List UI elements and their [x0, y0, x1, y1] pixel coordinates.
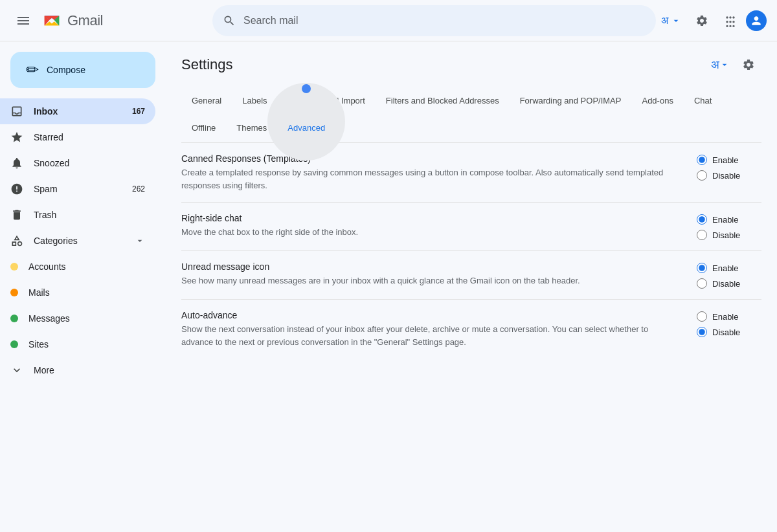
- sidebar-item-label: Starred: [34, 132, 145, 142]
- settings-button[interactable]: [689, 8, 715, 34]
- topbar-right: अ: [656, 8, 767, 34]
- setting-desc-advance: Show the next conversation instead of yo…: [181, 323, 676, 348]
- setting-desc-chat: Move the chat box to the right side of t…: [181, 226, 676, 239]
- disable-canned-radio[interactable]: [697, 170, 707, 181]
- disable-canned-label[interactable]: Disable: [697, 170, 740, 181]
- more-icon: [10, 364, 23, 377]
- sites-dot: [10, 340, 18, 348]
- sidebar-item-snoozed[interactable]: Snoozed: [0, 150, 155, 176]
- sidebar-item-categories[interactable]: Categories: [0, 228, 155, 254]
- enable-unread-label[interactable]: Enable: [697, 263, 738, 273]
- account-button[interactable]: [746, 10, 767, 31]
- disable-chat-radio[interactable]: [697, 230, 707, 240]
- setting-info-unread: Unread message icon See how many unread …: [181, 261, 697, 287]
- setting-name-unread: Unread message icon: [181, 261, 676, 272]
- apps-button[interactable]: [717, 8, 743, 34]
- setting-name-advance: Auto-advance: [181, 310, 676, 320]
- compose-button[interactable]: ✏ Compose: [10, 52, 155, 88]
- gmail-logo-text: Gmail: [67, 12, 103, 29]
- chevron-lang-icon: [719, 60, 730, 70]
- enable-canned-radio[interactable]: [697, 155, 707, 165]
- expand-icon: [135, 236, 145, 246]
- inbox-icon: [10, 105, 23, 118]
- disable-unread-label[interactable]: Disable: [697, 278, 740, 289]
- disable-advance-radio[interactable]: [697, 327, 707, 337]
- spam-count: 262: [132, 184, 145, 194]
- gear-icon: [695, 14, 708, 27]
- sidebar-item-accounts[interactable]: Accounts: [0, 254, 155, 280]
- sidebar-item-label: Accounts: [28, 261, 145, 272]
- settings-header-icons: अ: [707, 52, 761, 78]
- tab-labels[interactable]: Labels: [232, 88, 277, 115]
- setting-controls-canned: Enable Disable: [697, 153, 761, 181]
- sidebar-item-messages[interactable]: Messages: [0, 305, 155, 331]
- gmail-logo: Gmail: [39, 11, 103, 30]
- sidebar-item-label: Trash: [34, 210, 145, 220]
- settings-header: Settings अ: [181, 52, 761, 78]
- sidebar-item-label: Messages: [28, 313, 145, 324]
- accounts-dot: [10, 263, 18, 271]
- categories-icon: [10, 234, 23, 247]
- tab-forwarding[interactable]: Forwarding and POP/IMAP: [510, 88, 632, 115]
- setting-row-canned-responses: Canned Responses (Templates) Create a te…: [181, 143, 761, 203]
- tab-filters[interactable]: Filters and Blocked Addresses: [376, 88, 510, 115]
- tab-addons[interactable]: Add-ons: [631, 88, 683, 115]
- enable-canned-label[interactable]: Enable: [697, 155, 738, 165]
- trash-icon: [10, 208, 23, 221]
- setting-controls-advance: Enable Disable: [697, 310, 761, 337]
- disable-advance-label[interactable]: Disable: [697, 327, 740, 337]
- tabs-row: General Labels Accounts and Import Filte…: [181, 88, 761, 143]
- sidebar-item-spam[interactable]: Spam 262: [0, 176, 155, 202]
- sidebar-item-sites[interactable]: Sites: [0, 331, 155, 357]
- language-button[interactable]: अ: [656, 12, 686, 29]
- tab-chat[interactable]: Chat: [684, 88, 722, 115]
- setting-info-advance: Auto-advance Show the next conversation …: [181, 310, 697, 348]
- spam-icon: [10, 183, 23, 195]
- layout: ✏ Compose Inbox 167 Starred Snoozed: [0, 41, 777, 532]
- setting-desc-unread: See how many unread messages are in your…: [181, 274, 676, 287]
- setting-controls-chat: Enable Disable: [697, 213, 761, 240]
- search-bar[interactable]: [212, 5, 656, 36]
- search-icon: [223, 14, 236, 27]
- setting-info-chat: Right-side chat Move the chat box to the…: [181, 213, 697, 239]
- tab-themes[interactable]: Themes: [226, 115, 277, 142]
- tab-general[interactable]: General: [181, 88, 232, 115]
- setting-info-canned: Canned Responses (Templates) Create a te…: [181, 153, 697, 192]
- chevron-down-icon: [671, 16, 681, 26]
- messages-dot: [10, 315, 18, 322]
- enable-chat-radio[interactable]: [697, 214, 707, 225]
- disable-unread-radio[interactable]: [697, 278, 707, 289]
- topbar-left: Gmail: [10, 8, 212, 34]
- setting-row-right-chat: Right-side chat Move the chat box to the…: [181, 203, 761, 251]
- compose-plus-icon: ✏: [26, 62, 39, 78]
- enable-chat-label[interactable]: Enable: [697, 214, 738, 225]
- setting-desc-canned: Create a templated response by saving co…: [181, 166, 676, 192]
- enable-unread-radio[interactable]: [697, 263, 707, 273]
- sidebar-item-inbox[interactable]: Inbox 167: [0, 98, 155, 124]
- snooze-icon: [10, 157, 23, 170]
- language-settings-button[interactable]: अ: [707, 52, 733, 78]
- setting-name-chat: Right-side chat: [181, 213, 676, 223]
- search-input[interactable]: [243, 15, 646, 27]
- main-content: Settings अ General Labels Accounts and I…: [166, 41, 777, 532]
- sidebar-item-starred[interactable]: Starred: [0, 124, 155, 150]
- tab-advanced[interactable]: Advanced: [277, 115, 335, 142]
- settings-gear-button[interactable]: [736, 52, 761, 78]
- setting-row-unread-icon: Unread message icon See how many unread …: [181, 251, 761, 300]
- tab-accounts-import[interactable]: Accounts and Import: [278, 88, 376, 115]
- grid-icon: [724, 14, 737, 27]
- setting-controls-unread: Enable Disable: [697, 261, 761, 289]
- hamburger-button[interactable]: [10, 8, 36, 34]
- settings-features: Canned Responses (Templates) Create a te…: [181, 143, 761, 359]
- inbox-count: 167: [132, 107, 145, 116]
- settings-title: Settings: [181, 56, 233, 73]
- setting-name-canned: Canned Responses (Templates): [181, 153, 676, 164]
- sidebar-item-mails[interactable]: Mails: [0, 280, 155, 305]
- disable-chat-label[interactable]: Disable: [697, 230, 740, 240]
- person-icon: [750, 14, 763, 27]
- sidebar-item-trash[interactable]: Trash: [0, 202, 155, 228]
- tab-offline[interactable]: Offline: [181, 115, 226, 142]
- enable-advance-label[interactable]: Enable: [697, 311, 738, 322]
- enable-advance-radio[interactable]: [697, 311, 707, 322]
- sidebar-item-more[interactable]: More: [0, 357, 155, 383]
